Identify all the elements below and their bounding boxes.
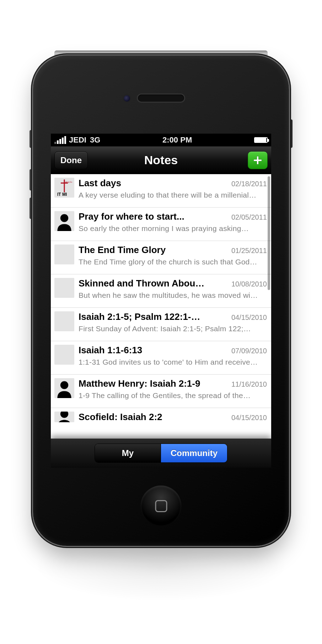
note-date: 01/25/2011	[231, 247, 267, 255]
segment-control: My Community	[95, 444, 227, 463]
note-title: The End Time Glory	[79, 245, 229, 256]
network-label: 3G	[90, 135, 100, 145]
itmi-logo-icon: IT MI aking Go	[55, 179, 73, 197]
done-button[interactable]: Done	[54, 151, 88, 169]
screen: JEDI 3G 2:00 PM Done Notes IT MI	[51, 134, 271, 468]
signal-icon	[54, 136, 66, 144]
note-row[interactable]: Matthew Henry: Isaiah 2:1-9 11/16/2010 1…	[51, 375, 271, 408]
note-avatar: IT MI aking Go	[54, 178, 74, 198]
note-row[interactable]: Scofield: Isaiah 2:2 04/15/2010	[51, 408, 271, 424]
note-date: 07/09/2010	[231, 347, 267, 355]
person-silhouette-icon	[54, 378, 74, 398]
person-silhouette-icon	[54, 211, 74, 231]
note-title: Scofield: Isaiah 2:2	[79, 412, 229, 423]
note-avatar	[54, 345, 74, 365]
note-title: Last days	[79, 178, 229, 189]
note-preview: But when he saw the multitudes, he was m…	[79, 291, 267, 300]
note-row[interactable]: The End Time Glory 01/25/2011 The End Ti…	[51, 241, 271, 274]
svg-point-3	[60, 381, 68, 389]
nav-bar: Done Notes	[51, 146, 271, 174]
note-date: 04/15/2010	[231, 414, 267, 422]
add-note-button[interactable]	[248, 151, 268, 169]
note-avatar	[54, 278, 74, 298]
clock-label: 2:00 PM	[100, 135, 254, 145]
note-title: Matthew Henry: Isaiah 2:1-9	[79, 378, 229, 389]
volume-up-button	[29, 169, 34, 190]
plus-icon	[252, 155, 263, 166]
note-row[interactable]: Isaiah 1:1-6:13 07/09/2010 1:1-31 God in…	[51, 341, 271, 375]
note-date: 02/05/2011	[231, 213, 267, 221]
scrollbar[interactable]	[268, 176, 270, 290]
home-button[interactable]	[141, 485, 182, 526]
note-date: 10/08/2010	[231, 280, 267, 288]
note-row[interactable]: Pray for where to start... 02/05/2011 So…	[51, 208, 271, 241]
volume-down-button	[29, 198, 34, 219]
note-avatar	[54, 412, 74, 422]
note-preview: 1:1-31 God invites us to 'come' to Him a…	[79, 358, 267, 366]
note-row[interactable]: Skinned and Thrown Abou… 10/08/2010 But …	[51, 274, 271, 308]
tab-community[interactable]: Community	[161, 444, 227, 462]
note-title: Pray for where to start...	[79, 211, 229, 222]
front-camera	[124, 95, 130, 102]
tab-my[interactable]: My	[95, 444, 161, 462]
note-title: Skinned and Thrown Abou…	[79, 278, 229, 289]
svg-text:IT MI: IT MI	[57, 192, 67, 197]
svg-point-4	[60, 412, 68, 418]
home-square-icon	[155, 500, 167, 512]
mute-switch	[29, 130, 34, 148]
person-silhouette-icon	[54, 412, 74, 422]
earpiece-speaker	[138, 95, 184, 102]
bottom-toolbar: My Community	[51, 439, 271, 468]
note-preview: 1-9 The calling of the Gentiles, the spr…	[79, 391, 267, 400]
note-avatar	[54, 378, 74, 398]
note-avatar	[54, 245, 74, 264]
carrier-label: JEDI	[69, 135, 86, 145]
note-date: 11/16/2010	[231, 380, 267, 388]
device-top-edge	[54, 50, 268, 57]
battery-icon	[254, 137, 268, 143]
note-title: Isaiah 1:1-6:13	[79, 345, 229, 356]
status-bar: JEDI 3G 2:00 PM	[51, 134, 271, 146]
note-avatar	[54, 311, 74, 331]
note-preview: So early the other morning I was praying…	[79, 224, 267, 233]
note-row[interactable]: IT MI aking Go Last days 02/18/2011 A ke…	[51, 174, 271, 208]
note-preview: First Sunday of Advent: Isaiah 2:1-5; Ps…	[79, 324, 267, 333]
note-avatar	[54, 211, 74, 231]
notes-list[interactable]: IT MI aking Go Last days 02/18/2011 A ke…	[51, 174, 271, 439]
note-date: 02/18/2011	[231, 180, 267, 188]
note-date: 04/15/2010	[231, 313, 267, 322]
svg-text:aking Go: aking Go	[65, 181, 72, 183]
note-row[interactable]: Isaiah 2:1-5; Psalm 122:1-… 04/15/2010 F…	[51, 308, 271, 341]
note-title: Isaiah 2:1-5; Psalm 122:1-…	[79, 311, 229, 322]
svg-point-2	[60, 214, 68, 222]
note-preview: A key verse eluding to that there will b…	[79, 191, 267, 199]
power-button	[288, 119, 293, 148]
note-preview: The End Time glory of the church is such…	[79, 258, 267, 266]
phone-device-frame: JEDI 3G 2:00 PM Done Notes IT MI	[33, 55, 289, 546]
